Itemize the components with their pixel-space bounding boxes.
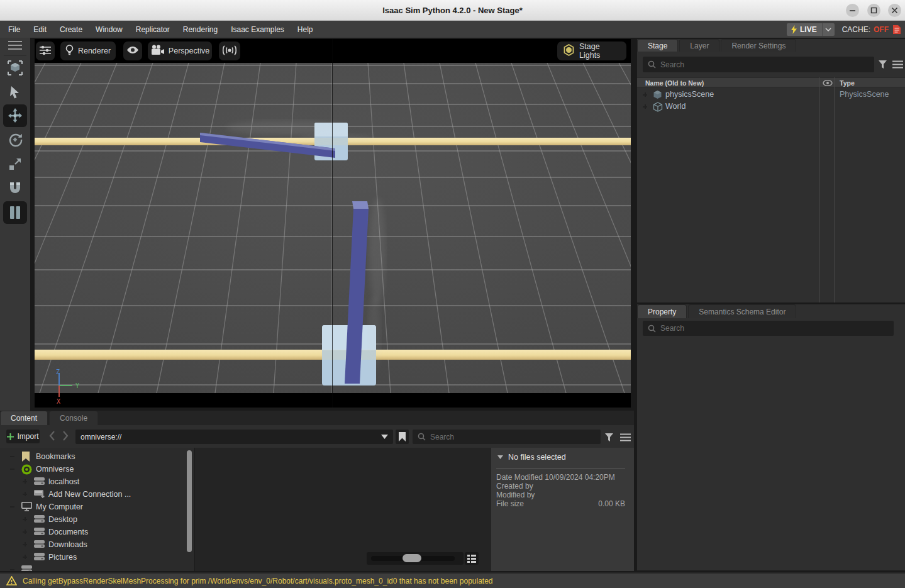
drive-icon <box>34 540 45 551</box>
property-tab-property[interactable]: Property <box>637 304 687 318</box>
path-input[interactable]: omniverse:// <box>75 430 393 444</box>
tree-item-omniverse[interactable]: Omniverse <box>0 463 195 475</box>
stage-lights-label: Stage Lights <box>579 42 621 60</box>
menu-item-file[interactable]: File <box>8 25 20 34</box>
tree-scrollbar[interactable] <box>187 450 192 552</box>
detail-value: 0.00 KB <box>598 499 625 508</box>
list-view-toggle-button[interactable] <box>465 552 479 565</box>
stage-row-physicsScene[interactable]: physicsScenePhysicsScene <box>637 89 905 101</box>
visibility-button[interactable] <box>123 42 142 60</box>
audio-button[interactable] <box>219 42 240 60</box>
tree-item-label: Add New Connection ... <box>48 490 131 499</box>
hamburger-icon <box>620 433 631 441</box>
stage-row-World[interactable]: World <box>637 101 905 113</box>
select-tool-button[interactable] <box>3 80 27 103</box>
close-button[interactable] <box>888 4 901 17</box>
visibility-eye-icon[interactable] <box>823 80 833 86</box>
content-search-input[interactable]: Search <box>413 430 601 444</box>
content-browser: ContentConsole Import omniverse:// Searc… <box>0 411 634 571</box>
tree-item-downloads[interactable]: Downloads <box>0 538 195 551</box>
menu-item-replicator[interactable]: Replicator <box>136 25 170 34</box>
tree-item-pictures[interactable]: Pictures <box>0 551 195 563</box>
prim-name[interactable]: World <box>665 102 686 111</box>
live-dropdown-button[interactable] <box>822 23 835 36</box>
tree-item-localhost[interactable]: localhost <box>0 475 195 488</box>
details-header[interactable]: No files selected <box>497 453 566 462</box>
content-options-button[interactable] <box>619 431 631 443</box>
left-toolbar <box>0 38 30 411</box>
tree-item-bookmarks[interactable]: Bookmarks <box>0 450 195 463</box>
live-button[interactable]: LIVE <box>787 23 822 36</box>
list-view-icon <box>467 555 476 563</box>
stage-tree-header[interactable]: Name (Old to New) Type <box>637 77 905 87</box>
stage-filter-button[interactable] <box>877 58 889 70</box>
scale-tool-button[interactable] <box>3 153 27 175</box>
slider-thumb[interactable] <box>403 554 421 562</box>
menu-item-isaac-examples[interactable]: Isaac Examples <box>231 25 284 34</box>
view-options-button[interactable] <box>3 39 27 52</box>
drive-add-icon <box>34 489 46 501</box>
cache-document-icon[interactable] <box>892 25 901 35</box>
column-type-header[interactable]: Type <box>840 79 855 87</box>
tree-item-my-computer[interactable]: My Computer <box>0 501 195 513</box>
tree-item-label: Omniverse <box>36 465 74 474</box>
stage-tab-render-settings[interactable]: Render Settings <box>721 39 796 52</box>
plus-icon <box>7 433 14 440</box>
content-tab-content[interactable]: Content <box>0 411 48 425</box>
cache-value: OFF <box>874 25 889 34</box>
tree-item-add-new-connection-[interactable]: Add New Connection ... <box>0 488 195 501</box>
menu-item-edit[interactable]: Edit <box>33 25 47 34</box>
tree-item-desktop[interactable]: Desktop <box>0 513 195 526</box>
property-search-input[interactable]: Search <box>643 321 894 336</box>
minimize-button[interactable] <box>846 4 859 17</box>
viewport-toolbar: RendererPerspectiveStage Lights <box>35 39 631 63</box>
selection-mode-button[interactable] <box>3 57 27 79</box>
maximize-button[interactable] <box>867 4 880 17</box>
menu-item-help[interactable]: Help <box>297 25 313 34</box>
stage-search-input[interactable]: Search <box>643 57 874 72</box>
detail-row-modified-by: Modified by <box>496 491 625 499</box>
menu-item-rendering[interactable]: Rendering <box>183 25 218 34</box>
play-pause-button[interactable] <box>3 201 27 224</box>
tree-item-documents[interactable]: Documents <box>0 526 195 538</box>
eye-icon <box>126 46 139 56</box>
stage-lights-button[interactable]: Stage Lights <box>557 42 626 60</box>
cursor-icon <box>8 85 22 99</box>
prim-name[interactable]: physicsScene <box>665 90 714 99</box>
content-body: BookmarksOmniverselocalhostAdd New Conne… <box>0 448 634 571</box>
column-name-header[interactable]: Name (Old to New) <box>645 79 704 87</box>
thumbnail-size-slider[interactable] <box>367 552 464 565</box>
live-label: LIVE <box>800 25 817 34</box>
content-tab-console[interactable]: Console <box>49 411 98 425</box>
files-grid-panel[interactable] <box>196 448 491 571</box>
move-tool-button[interactable] <box>3 104 27 127</box>
tree-item-partial[interactable] <box>0 563 195 571</box>
stage-options-button[interactable] <box>891 58 904 70</box>
viewport-settings-button[interactable] <box>36 42 55 60</box>
renderer-button[interactable]: Renderer <box>60 42 116 60</box>
import-button[interactable]: Import <box>6 430 40 443</box>
warning-icon <box>6 576 17 585</box>
bookmark-button[interactable] <box>396 430 409 444</box>
camera-button[interactable]: Perspective <box>148 42 212 60</box>
rotate-icon <box>7 131 23 148</box>
property-tab-semantics-schema-editor[interactable]: Semantics Schema Editor <box>688 304 796 318</box>
menu-item-create[interactable]: Create <box>60 25 82 34</box>
status-message: Calling getBypassRenderSkelMeshProcessin… <box>23 577 493 585</box>
forward-button[interactable] <box>62 431 69 441</box>
drive-icon <box>34 552 45 563</box>
rotate-tool-button[interactable] <box>3 128 27 151</box>
tree-item-label: Pictures <box>48 553 77 562</box>
snap-tool-button[interactable] <box>3 177 27 199</box>
stage-tab-layer[interactable]: Layer <box>679 39 719 52</box>
content-filter-button[interactable] <box>604 431 615 443</box>
chevron-down-icon <box>825 28 831 31</box>
viewport[interactable]: RendererPerspectiveStage Lights Z Y X <box>35 39 631 408</box>
drive-icon <box>34 514 45 526</box>
path-dropdown-icon[interactable] <box>381 435 388 439</box>
drive-icon <box>21 565 32 571</box>
content-tabbar: ContentConsole <box>0 411 634 425</box>
back-button[interactable] <box>49 431 55 441</box>
stage-tab-stage[interactable]: Stage <box>637 39 678 52</box>
menu-item-window[interactable]: Window <box>96 25 123 34</box>
